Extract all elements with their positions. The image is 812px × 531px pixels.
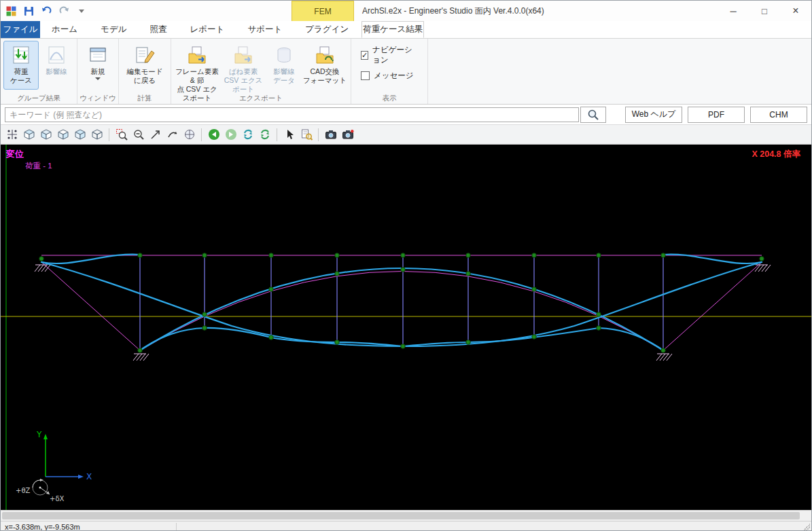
app-logo-icon[interactable]: [5, 5, 17, 17]
load-case-label: 荷重 ケース: [10, 67, 32, 85]
spring-csv-export-button: ばね要素 CSV エクスポート: [220, 41, 266, 94]
zoom-out-icon[interactable]: [130, 127, 146, 143]
quick-access-toolbar: [5, 1, 88, 21]
zoom-window-icon[interactable]: [113, 127, 129, 143]
pdf-help-button[interactable]: PDF: [688, 107, 745, 123]
spring-csv-export-label: ばね要素 CSV エクスポート: [221, 67, 266, 94]
undo-icon[interactable]: [40, 5, 52, 17]
tab-plugin[interactable]: プラグイン: [294, 21, 360, 38]
search-button[interactable]: [580, 107, 606, 123]
nav-back-icon[interactable]: [206, 127, 222, 143]
resize-grip[interactable]: [803, 524, 810, 530]
return-edit-mode-button[interactable]: 編集モード に戻る: [122, 41, 168, 90]
screenshot-icon[interactable]: [323, 127, 338, 143]
svg-text:X: X: [86, 472, 92, 481]
influence-line-data-icon: [274, 43, 294, 67]
return-edit-mode-label: 編集モード に戻る: [127, 67, 163, 85]
cursor-coordinates: x=-3.638m, y=-9.563m: [5, 523, 80, 531]
load-case-button[interactable]: 荷重 ケース: [3, 41, 39, 90]
horizontal-scrollbar[interactable]: [1, 510, 811, 521]
new-window-button[interactable]: 新規: [80, 41, 116, 90]
spring-csv-export-icon: [232, 43, 254, 67]
view-toolbar: [1, 125, 811, 145]
message-checkbox-row[interactable]: メッセージ: [361, 71, 418, 81]
status-divider: [176, 523, 177, 530]
message-checkbox[interactable]: [361, 71, 370, 80]
model-viewport[interactable]: YX+θZ+δX 変位 荷重 - 1 X 204.8 倍率: [1, 145, 811, 510]
maximize-button[interactable]: □: [749, 1, 780, 21]
keyword-search-input[interactable]: [5, 107, 579, 122]
navigation-checkbox[interactable]: [361, 51, 368, 60]
rotate-view-icon[interactable]: [164, 127, 180, 143]
minimize-button[interactable]: ─: [718, 1, 749, 21]
tab-support[interactable]: サポート: [236, 21, 294, 38]
redo-icon[interactable]: [58, 5, 70, 17]
load-case-label-overlay: 荷重 - 1: [25, 161, 52, 171]
origin-axes-icon[interactable]: [181, 127, 197, 143]
edit-mode-icon: [134, 43, 156, 67]
search-row: Web ヘルプ PDF CHM: [1, 105, 811, 125]
group-label-display: 表示: [351, 94, 427, 103]
tab-home[interactable]: ホーム: [40, 21, 89, 38]
view-cube-front-icon[interactable]: [38, 127, 54, 143]
pointer-tool-icon[interactable]: [281, 127, 297, 143]
svg-text:+θZ: +θZ: [16, 487, 30, 494]
group-label-calculation: 計算: [119, 94, 171, 103]
title-bar: FEM ArchSl.e2x - Engineer's Studio 面内 Ve…: [1, 1, 811, 21]
node-grid-icon[interactable]: [4, 127, 20, 143]
group-label-window: ウィンドウ: [77, 94, 118, 103]
cad-exchange-label: CAD交換 フォーマット: [303, 67, 347, 85]
measure-arrow-icon[interactable]: [147, 127, 163, 143]
view-cube-wire-icon[interactable]: [89, 127, 105, 143]
influence-line-label: 影響線: [46, 67, 67, 76]
cad-exchange-icon: [314, 43, 336, 67]
print-preview-icon[interactable]: [298, 127, 314, 143]
navigation-checkbox-label: ナビゲーション: [372, 45, 418, 65]
refresh-view-icon[interactable]: [240, 127, 255, 143]
group-label-group-results: グループ結果: [1, 94, 77, 103]
ribbon-tab-row: ファイル ホーム モデル 照査 レポート サポート プラグイン 荷重ケース結果: [1, 21, 811, 39]
window-title: ArchSl.e2x - Engineer's Studio 面内 Ver.4.…: [362, 1, 544, 21]
svg-text:+δX: +δX: [50, 495, 64, 502]
navigation-checkbox-row[interactable]: ナビゲーション: [361, 45, 418, 65]
influence-line-data-button: 影響線 データ: [266, 41, 302, 90]
chm-help-button[interactable]: CHM: [750, 107, 807, 123]
web-help-button[interactable]: Web ヘルプ: [625, 107, 682, 123]
window-controls: ─ □ ×: [718, 1, 811, 21]
save-icon[interactable]: [22, 5, 35, 17]
result-mode-label: 変位: [6, 148, 24, 160]
load-case-icon: [11, 43, 31, 67]
view-cube-side-icon[interactable]: [55, 127, 71, 143]
new-window-label: 新規: [91, 67, 105, 76]
horizontal-scrollbar-thumb[interactable]: [2, 512, 800, 519]
ribbon-group-export: フレーム要素 & 節 点 CSV エクスポート ばね要素 CSV エクスポート …: [171, 39, 351, 104]
tab-model[interactable]: モデル: [89, 21, 138, 38]
ribbon-group-window: 新規 ウィンドウ: [77, 39, 119, 104]
group-label-export: エクスポート: [171, 94, 351, 103]
customize-toolbar-dropdown-icon[interactable]: [75, 5, 88, 17]
search-icon: [587, 109, 599, 121]
influence-line-button: 影響線: [39, 41, 74, 90]
ribbon-group-calculation: 編集モード に戻る 計算: [119, 39, 171, 104]
tab-load-case-results[interactable]: 荷重ケース結果: [361, 21, 424, 38]
regenerate-icon[interactable]: [257, 127, 272, 143]
model-canvas-svg: YX+θZ+δX: [1, 145, 812, 510]
view-cube-top-icon[interactable]: [72, 127, 88, 143]
nav-forward-icon[interactable]: [223, 127, 239, 143]
contextual-tab-group-fem[interactable]: FEM: [292, 1, 354, 21]
ribbon-group-group-results: 荷重 ケース 影響線 グループ結果: [1, 39, 77, 104]
cad-exchange-button[interactable]: CAD交換 フォーマット: [302, 41, 348, 90]
tab-report[interactable]: レポート: [178, 21, 236, 38]
new-window-icon: [88, 43, 108, 67]
new-window-dropdown-icon[interactable]: [95, 77, 101, 80]
tab-file[interactable]: ファイル: [1, 21, 40, 38]
close-button[interactable]: ×: [780, 1, 811, 21]
app-window: FEM ArchSl.e2x - Engineer's Studio 面内 Ve…: [0, 0, 812, 531]
view-cube-iso-icon[interactable]: [21, 127, 37, 143]
tab-check[interactable]: 照査: [138, 21, 178, 38]
ribbon-group-display: ナビゲーション メッセージ 表示: [351, 39, 428, 104]
influence-line-icon: [46, 43, 67, 67]
frame-csv-export-icon: [186, 43, 208, 67]
message-checkbox-label: メッセージ: [374, 71, 414, 81]
screenshot-clipboard-icon[interactable]: [340, 127, 355, 143]
